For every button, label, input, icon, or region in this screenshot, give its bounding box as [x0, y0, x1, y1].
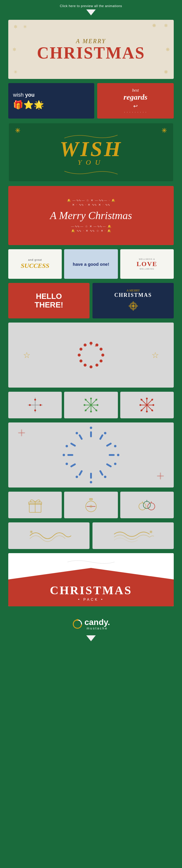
- svg-rect-79: [70, 463, 76, 467]
- svg-point-67: [160, 472, 161, 475]
- svg-rect-74: [109, 454, 115, 456]
- love-main-label: LOVE: [136, 260, 157, 268]
- svg-point-34: [34, 409, 36, 411]
- wish-big-inner: WISH YOU: [9, 123, 173, 181]
- svg-point-27: [80, 348, 83, 351]
- wish-label: wish: [13, 92, 24, 98]
- card-wave-1: [8, 522, 90, 549]
- svg-point-29: [90, 344, 92, 346]
- regards-dots: · · · · · · · · ·: [124, 111, 147, 114]
- snowflake-deco-tr2: ❄: [164, 23, 168, 28]
- card-merry-red[interactable]: 🔔 — ∿∿ — ☆ ✕ — ∿∿ — · 🔔 ✕ · ∿∿ · ✕ ∿∿ ✕ …: [8, 186, 174, 245]
- svg-point-60: [141, 409, 143, 411]
- love-top-label: WELLNESS &: [139, 258, 155, 260]
- svg-point-47: [95, 399, 97, 401]
- svg-point-91: [66, 463, 68, 465]
- star-deco-right: ☆: [152, 350, 159, 360]
- gift-icon: 🎁⭐🌟: [13, 100, 44, 110]
- blue-burst-fl-tl: [17, 428, 26, 438]
- svg-point-84: [104, 432, 107, 434]
- top-bar: Click here to preview all the animations: [0, 0, 182, 17]
- wish-big-label: WISH: [60, 138, 122, 160]
- snowflake-deco-tl: ❄: [13, 24, 18, 30]
- svg-point-56: [152, 404, 154, 406]
- card-blue-burst: [8, 423, 174, 488]
- card-element-ornament: [64, 492, 118, 518]
- svg-point-48: [85, 409, 87, 411]
- svg-point-46: [95, 409, 97, 411]
- svg-rect-77: [90, 473, 92, 478]
- svg-point-10: [132, 307, 134, 311]
- wish-you-text: wish you: [13, 92, 35, 98]
- christmas-label: CHRISTMAS: [37, 44, 145, 61]
- wish-deco-top: [9, 132, 173, 141]
- svg-point-93: [66, 445, 68, 447]
- svg-point-22: [95, 364, 98, 367]
- svg-rect-73: [106, 442, 112, 447]
- card-love[interactable]: WELLNESS & LOVE WELLBEING: [120, 249, 174, 279]
- star-deco-left: ☆: [23, 350, 30, 360]
- svg-point-25: [80, 360, 83, 363]
- svg-point-41: [90, 398, 92, 399]
- you-label: you: [25, 92, 35, 98]
- and-great-label: and great: [28, 258, 42, 261]
- svg-rect-78: [78, 470, 83, 476]
- svg-point-42: [90, 411, 92, 412]
- card-row-wish-regards: wish you 🎁⭐🌟 best regards ↩ · · · · · · …: [8, 83, 174, 119]
- svg-point-35: [29, 404, 31, 406]
- svg-point-54: [146, 411, 148, 412]
- xmas-pack-title: CHRISTMAS: [50, 585, 132, 596]
- hello-there-text: HELLO THERE!: [35, 292, 63, 309]
- svg-point-26: [78, 353, 81, 356]
- card-xmas-pack[interactable]: CHRISTMAS • PACK •: [8, 553, 174, 607]
- svg-rect-82: [78, 434, 83, 440]
- card-wave-2: [92, 522, 174, 549]
- success-label: SUCCESS: [21, 262, 49, 270]
- card-row-elements: [8, 492, 174, 518]
- svg-point-105: [143, 501, 150, 508]
- svg-point-94: [75, 432, 78, 434]
- card-merry-dark[interactable]: A MERRY CHRISTMAS: [92, 283, 174, 318]
- svg-point-33: [34, 399, 36, 401]
- card-spinner: ☆ ☆: [8, 322, 174, 388]
- svg-rect-80: [67, 454, 73, 456]
- svg-point-12: [134, 305, 138, 307]
- svg-point-69: [157, 475, 160, 476]
- svg-point-30: [95, 346, 96, 347]
- mustache-label: mustache: [85, 626, 110, 630]
- svg-point-63: [21, 433, 22, 436]
- card-row-hello-merry: HELLO THERE! A MERRY CHRISTMAS: [8, 283, 174, 318]
- svg-point-117: [77, 619, 78, 621]
- merry-dark-christmas: CHRISTMAS: [114, 292, 152, 298]
- svg-point-19: [99, 348, 102, 351]
- card-success[interactable]: and great SUCCESS: [8, 249, 62, 279]
- svg-point-20: [101, 353, 104, 356]
- card-good-one[interactable]: have a good one!: [64, 249, 118, 279]
- spinner-circle: [76, 340, 106, 370]
- svg-point-53: [146, 398, 148, 399]
- best-label: best: [132, 88, 139, 93]
- svg-rect-72: [99, 434, 103, 440]
- snowflake-deco-br: ❋: [164, 69, 168, 75]
- snowflake-deco-bl: ✳: [13, 69, 18, 75]
- card-merry-christmas[interactable]: ❄ ✳ ❋ ❄ ✳ ❋ ❄ ❋ A MERRY CHRISTMAS: [8, 20, 174, 79]
- svg-point-24: [84, 364, 87, 367]
- snowflake-deco-ml: ❄: [12, 47, 16, 52]
- svg-point-83: [90, 427, 92, 429]
- wish-snowflake-tl: [15, 127, 21, 134]
- merry-dark-flower: [127, 300, 139, 313]
- ornament-line-bottom1: — ∿∿ — ☆ ✕ — ∿∿ — 🔔: [8, 224, 174, 228]
- card-wish-you[interactable]: wish you 🎁⭐🌟: [8, 83, 94, 119]
- cards-area: ❄ ✳ ❋ ❄ ✳ ❋ ❄ ❋ A MERRY CHRISTMAS wish y…: [8, 17, 174, 612]
- svg-point-23: [90, 365, 92, 368]
- card-hello-there[interactable]: HELLO THERE!: [8, 283, 90, 318]
- preview-label[interactable]: Click here to preview all the animations: [60, 4, 122, 8]
- svg-point-104: [148, 503, 155, 510]
- svg-point-9: [132, 301, 134, 305]
- card-best-regards[interactable]: best regards ↩ · · · · · · · · ·: [97, 83, 174, 119]
- svg-point-64: [18, 432, 21, 433]
- regards-label: regards: [123, 93, 147, 102]
- svg-point-43: [84, 404, 85, 406]
- card-wish-big[interactable]: WISH YOU: [8, 123, 174, 182]
- svg-rect-75: [106, 463, 112, 467]
